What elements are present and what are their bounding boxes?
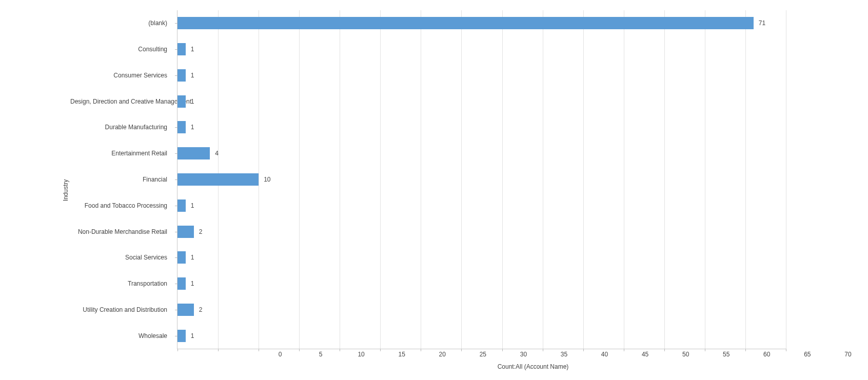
bar[interactable] [177,17,754,29]
x-tick-mark [218,349,219,351]
category-row: 1 [177,271,786,297]
bar-value-label: 2 [199,228,203,235]
x-tick-label: 25 [480,351,486,358]
bar-value-label: 1 [191,280,194,287]
category-label: Entertainment Retail [70,150,170,157]
category-row: Consulting [74,36,174,63]
category-row: 4 [177,141,786,167]
x-tick-mark [380,349,381,351]
x-tick-mark [461,349,462,351]
category-row: 2 [177,218,786,245]
category-label: Consumer Services [70,72,170,79]
x-tick-label: 10 [358,351,364,358]
category-row: Consumer Services [74,63,174,89]
bar-value-label: 71 [759,19,765,27]
bar[interactable] [177,121,186,133]
category-label: Consulting [70,46,170,53]
plot-area: (blank)ConsultingConsumer ServicesDesign… [74,10,786,349]
category-label: Food and Tobacco Processing [70,202,170,209]
bar-value-label: 1 [191,332,194,339]
x-tick-label: 55 [723,351,729,358]
bar[interactable] [177,147,210,159]
category-row: Financial [74,167,174,193]
y-axis-title: Industry [62,179,69,201]
category-row: Design, Direction and Creative Managemen… [74,88,174,114]
category-row: 1 [177,36,786,63]
category-label: Transportation [70,280,170,287]
gridline [786,10,786,349]
bar[interactable] [177,304,194,316]
x-tick-mark [340,349,340,351]
bar-value-label: 1 [191,124,194,131]
x-tick-mark [259,349,259,351]
bar[interactable] [177,277,186,290]
category-label: Social Services [70,254,170,261]
bar[interactable] [177,251,186,264]
category-row: Transportation [74,271,174,297]
x-tick-mark [664,349,665,351]
bar-value-label: 4 [215,150,219,157]
category-label: Durable Manufacturing [70,124,170,131]
category-row: 71 [177,10,786,36]
category-label: Utility Creation and Distribution [70,306,170,313]
category-row: 1 [177,114,786,141]
category-row: 1 [177,88,786,114]
category-row: Durable Manufacturing [74,114,174,141]
bar-value-label: 1 [191,98,194,105]
bar[interactable] [177,43,186,55]
category-row: 1 [177,63,786,89]
x-tick-mark [502,349,503,351]
x-tick-label: 35 [561,351,567,358]
x-tick-mark [624,349,624,351]
x-tick-mark [583,349,584,351]
bar-value-label: 1 [191,72,194,79]
x-tick-label: 40 [601,351,608,358]
bar[interactable] [177,69,186,82]
x-tick-label: 0 [279,351,282,358]
horizontal-bar-chart: Industry (blank)ConsultingConsumer Servi… [0,0,868,380]
x-tick-label: 15 [399,351,405,358]
x-tick-label: 5 [319,351,323,358]
category-row: Entertainment Retail [74,141,174,167]
bar-value-label: 1 [191,254,194,261]
bar-value-label: 1 [191,46,194,53]
category-label: (blank) [70,19,170,27]
category-label: Design, Direction and Creative Managemen… [70,98,170,105]
category-row: 1 [177,192,786,218]
category-row: Utility Creation and Distribution [74,296,174,323]
x-tick-label: 65 [804,351,811,358]
category-row: Non-Durable Merchandise Retail [74,218,174,245]
bar[interactable] [177,95,186,108]
x-tick-mark [421,349,421,351]
x-tick-label: 70 [844,351,851,358]
x-tick-label: 30 [520,351,527,358]
x-tick-mark [745,349,746,351]
bar[interactable] [177,173,259,186]
x-tick-mark [299,349,300,351]
x-tick-label: 20 [439,351,446,358]
x-tick-label: 50 [682,351,689,358]
bar[interactable] [177,199,186,212]
category-label: Wholesale [70,332,170,339]
bar[interactable] [177,330,186,342]
x-tick-mark [177,349,178,351]
bar[interactable] [177,226,194,238]
x-tick-label: 45 [642,351,648,358]
category-row: (blank) [74,10,174,36]
x-tick-mark [705,349,705,351]
x-tick-label: 60 [763,351,770,358]
bars-area: 051015202530354045505560657075 Count:All… [177,10,786,349]
bar-value-label: 2 [199,306,203,313]
x-tick-mark [786,349,786,351]
y-axis-labels: (blank)ConsultingConsumer ServicesDesign… [74,10,174,349]
category-row: 1 [177,245,786,271]
category-label: Non-Durable Merchandise Retail [70,228,170,235]
category-row: 1 [177,323,786,349]
x-tick-mark [543,349,543,351]
bar-value-label: 1 [191,202,194,209]
category-label: Financial [70,176,170,183]
category-row: Food and Tobacco Processing [74,192,174,218]
category-row: Social Services [74,245,174,271]
category-row: 2 [177,296,786,323]
x-axis-title: Count:All (Account Name) [280,363,786,370]
